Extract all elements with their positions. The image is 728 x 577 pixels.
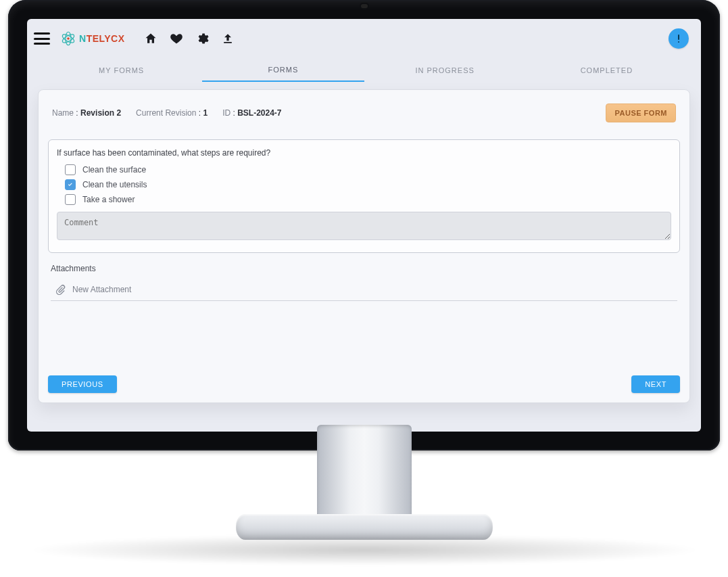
new-attachment-label: New Attachment [72, 285, 131, 294]
pause-form-button[interactable]: PAUSE FORM [606, 103, 676, 122]
form-meta-left: Name : Revision 2 Current Revision : 1 I [52, 108, 282, 118]
meta-id: ID : BSL-2024-7 [222, 108, 281, 118]
form-meta: Name : Revision 2 Current Revision : 1 I [48, 99, 680, 131]
menu-button[interactable] [34, 32, 50, 45]
webcam-dot [361, 4, 368, 8]
monitor-stand-neck [317, 425, 412, 526]
heart-icon[interactable] [170, 32, 183, 45]
svg-rect-4 [678, 34, 679, 40]
form-panel: Name : Revision 2 Current Revision : 1 I [38, 89, 690, 403]
upload-icon[interactable] [221, 32, 235, 45]
device-mock: NTELYCX [0, 0, 728, 577]
atom-icon [59, 30, 77, 47]
exclamation-icon [676, 34, 681, 43]
next-button[interactable]: NEXT [631, 375, 680, 393]
checkbox-icon [65, 194, 76, 205]
meta-name: Name : Revision 2 [52, 108, 121, 118]
svg-rect-5 [678, 41, 679, 43]
screen: NTELYCX [27, 19, 701, 432]
options: Clean the surface Clean the utensils T [65, 164, 671, 205]
meta-revision: Current Revision : 1 [136, 108, 208, 118]
new-attachment-row[interactable]: New Attachment [51, 279, 677, 301]
question-text: If surface has been contaminated, what s… [57, 148, 671, 158]
tab-in-progress[interactable]: IN PROGRESS [364, 60, 526, 81]
home-icon[interactable] [144, 32, 157, 45]
logo[interactable]: NTELYCX [59, 30, 125, 47]
nav-buttons: PREVIOUS NEXT [48, 375, 680, 393]
gear-icon[interactable] [195, 32, 209, 45]
checkbox-icon [65, 164, 76, 175]
option-label: Take a shower [82, 195, 135, 204]
option-label: Clean the surface [82, 165, 146, 175]
option-0[interactable]: Clean the surface [65, 164, 671, 175]
attachments-title: Attachments [51, 264, 677, 273]
topbar-left: NTELYCX [34, 30, 235, 47]
checkbox-icon [65, 179, 76, 190]
tab-completed[interactable]: COMPLETED [526, 60, 687, 81]
monitor-bezel: NTELYCX [8, 0, 720, 451]
topbar: NTELYCX [27, 19, 701, 58]
brand-text: NTELYCX [79, 33, 125, 44]
attachments-section: Attachments New Attachment [48, 264, 680, 301]
paperclip-icon [55, 284, 66, 295]
desk-shadow [26, 534, 702, 566]
option-label: Clean the utensils [82, 180, 147, 189]
option-2[interactable]: Take a shower [65, 194, 671, 205]
previous-button[interactable]: PREVIOUS [48, 375, 117, 393]
toolbar-icons [144, 32, 235, 45]
comment-textarea[interactable] [57, 212, 671, 240]
tab-forms[interactable]: FORMS [202, 59, 364, 82]
app-root: NTELYCX [27, 19, 701, 432]
question-card: If surface has been contaminated, what s… [48, 139, 680, 253]
tab-my-forms[interactable]: MY FORMS [41, 60, 202, 81]
tabs: MY FORMS FORMS IN PROGRESS COMPLETED [27, 58, 701, 83]
option-1[interactable]: Clean the utensils [65, 179, 671, 190]
alerts-button[interactable] [669, 28, 689, 49]
svg-point-3 [67, 37, 70, 40]
